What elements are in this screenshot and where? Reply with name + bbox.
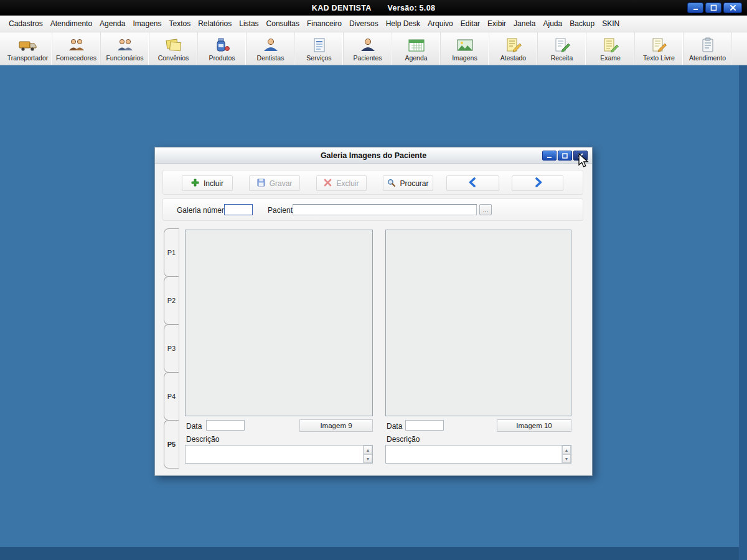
menu-item-consultas[interactable]: Consultas xyxy=(263,17,303,30)
app-title-group: KAD DENTISTA Versão: 5.08 xyxy=(312,4,435,12)
tab-p2[interactable]: P2 xyxy=(164,276,179,325)
data-input-right[interactable] xyxy=(405,420,444,431)
descricao-input-right[interactable] xyxy=(386,446,561,463)
toolbar-button-atestado[interactable]: Atestado xyxy=(489,32,538,65)
clipboard-icon xyxy=(698,35,717,54)
right-image-panel[interactable] xyxy=(385,230,571,416)
galeria-imagens-dialog: Galeria Imagens do Paciente Incluir Grav… xyxy=(154,147,593,476)
toolbar-button-convenios[interactable]: Convênios xyxy=(149,32,198,65)
data-input-left[interactable] xyxy=(206,420,245,431)
descricao-input-left[interactable] xyxy=(186,446,363,463)
toolbar-label: Texto Livre xyxy=(643,54,675,62)
gravar-button[interactable]: Gravar xyxy=(249,175,300,191)
menu-item-ajuda[interactable]: Ajuda xyxy=(539,17,566,30)
toolbar-button-servicos[interactable]: Serviços xyxy=(295,32,344,65)
arrow-right-icon xyxy=(532,177,543,189)
tab-p5[interactable]: P5 xyxy=(164,420,179,469)
app-close-button[interactable] xyxy=(723,2,742,13)
toolbar-label: Fornecedores xyxy=(56,54,96,62)
tab-p3[interactable]: P3 xyxy=(164,324,179,373)
dialog-maximize-button[interactable] xyxy=(558,151,572,161)
menu-item-cadastros[interactable]: Cadastros xyxy=(5,17,47,30)
toolbar-button-agenda[interactable]: Agenda xyxy=(392,32,441,65)
medicine-icon xyxy=(213,35,232,54)
toolbar-label: Funcionários xyxy=(106,54,143,62)
incluir-button[interactable]: Incluir xyxy=(182,175,233,191)
menu-item-backup[interactable]: Backup xyxy=(566,17,598,30)
app-titlebar: KAD DENTISTA Versão: 5.08 xyxy=(0,0,747,16)
patient-person-icon xyxy=(359,35,377,54)
toolbar-button-imagens[interactable]: Imagens xyxy=(441,32,489,65)
procurar-label: Procurar xyxy=(400,179,428,188)
paciente-input[interactable] xyxy=(293,204,477,215)
menu-item-skin[interactable]: SKIN xyxy=(598,17,623,30)
procurar-button[interactable]: Procurar xyxy=(383,175,433,191)
tab-p1[interactable]: P1 xyxy=(164,228,179,277)
menu-item-listas[interactable]: Listas xyxy=(235,17,262,30)
toolbar-button-pacientes[interactable]: Pacientes xyxy=(344,32,392,65)
toolbar-button-receita[interactable]: Receita xyxy=(538,32,586,65)
imagem-10-button[interactable]: Imagem 10 xyxy=(497,419,571,432)
dialog-minimize-button[interactable] xyxy=(542,151,557,161)
app-maximize-button[interactable] xyxy=(705,2,721,13)
menu-item-exibir[interactable]: Exibir xyxy=(484,17,510,30)
app-minimize-button[interactable] xyxy=(687,2,703,13)
menu-item-arquivo[interactable]: Arquivo xyxy=(424,17,457,30)
scroll-up-icon[interactable]: ▲ xyxy=(562,446,571,454)
red-x-icon xyxy=(324,179,332,189)
menu-item-janela[interactable]: Janela xyxy=(510,17,539,30)
floppy-disk-icon xyxy=(257,179,265,189)
notes-stack-icon xyxy=(164,35,183,54)
exam-paper-icon xyxy=(601,35,620,54)
descricao-label-left: Descrição xyxy=(186,435,219,444)
tab-p4[interactable]: P4 xyxy=(164,372,179,421)
toolbar-label: Exame xyxy=(600,54,621,62)
dialog-close-button[interactable] xyxy=(573,151,588,161)
toolbar-button-fornecedores[interactable]: Fornecedores xyxy=(52,32,101,65)
toolbar-button-transportador[interactable]: Transportador xyxy=(4,32,52,65)
toolbar-button-produtos[interactable]: Produtos xyxy=(198,32,247,65)
dialog-field-row: Galeria número Paciente ... xyxy=(162,198,583,221)
scroll-down-icon[interactable]: ▼ xyxy=(562,454,571,463)
galeria-numero-input[interactable] xyxy=(224,204,253,215)
menu-item-editar[interactable]: Editar xyxy=(457,17,484,30)
menu-item-agenda[interactable]: Agenda xyxy=(96,17,129,30)
toolbar-button-texto-livre[interactable]: Texto Livre xyxy=(635,32,684,65)
excluir-button[interactable]: Excluir xyxy=(316,175,367,191)
imagem-9-button[interactable]: Imagem 9 xyxy=(299,419,373,432)
left-image-panel[interactable] xyxy=(185,230,373,416)
menu-item-financeiro[interactable]: Financeiro xyxy=(303,17,345,30)
excluir-label: Excluir xyxy=(336,179,359,188)
toolbar-button-dentistas[interactable]: Dentistas xyxy=(247,32,295,65)
toolbar-label: Imagens xyxy=(452,54,477,62)
minimize-icon xyxy=(692,2,699,14)
window-controls xyxy=(687,2,742,13)
menu-item-diversos[interactable]: Diversos xyxy=(345,17,382,30)
paciente-browse-button[interactable]: ... xyxy=(479,204,492,215)
scroll-down-icon[interactable]: ▼ xyxy=(364,454,372,463)
toolbar-label: Serviços xyxy=(306,54,331,62)
next-button[interactable] xyxy=(512,175,563,191)
previous-button[interactable] xyxy=(446,175,499,191)
arrow-left-icon xyxy=(467,177,479,189)
plus-icon xyxy=(191,179,199,189)
scroll-up-icon[interactable]: ▲ xyxy=(364,446,372,454)
toolbar-button-exame[interactable]: Exame xyxy=(586,32,635,65)
menu-item-helpdesk[interactable]: Help Desk xyxy=(382,17,424,30)
memo-scrollbar-right[interactable]: ▲ ▼ xyxy=(561,446,571,463)
dialog-titlebar[interactable]: Galeria Imagens do Paciente xyxy=(155,147,592,164)
close-icon xyxy=(578,150,583,161)
descricao-memo-left: ▲ ▼ xyxy=(185,445,373,464)
toolbar-button-atendimento[interactable]: Atendimento xyxy=(684,32,732,65)
menu-item-relatorios[interactable]: Relatórios xyxy=(194,17,235,30)
certificate-pencil-icon xyxy=(504,35,523,54)
menu-item-imagens[interactable]: Imagens xyxy=(129,17,165,30)
toolbar-label: Convênios xyxy=(158,54,189,62)
memo-scrollbar-left[interactable]: ▲ ▼ xyxy=(363,446,372,463)
prescription-pencil-icon xyxy=(553,35,571,54)
menu-item-atendimento[interactable]: Atendimento xyxy=(47,17,96,30)
toolbar-button-funcionarios[interactable]: Funcionários xyxy=(101,32,149,65)
maximize-icon xyxy=(710,2,717,14)
menu-item-textos[interactable]: Textos xyxy=(166,17,195,30)
magnifier-icon xyxy=(387,179,395,189)
